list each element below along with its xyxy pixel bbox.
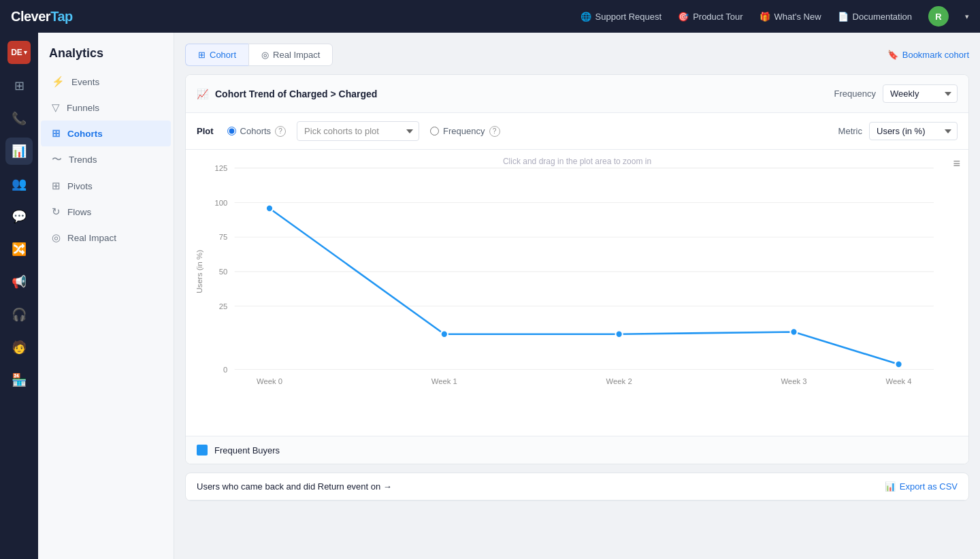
frequency-radio[interactable] xyxy=(430,127,439,135)
chart-header: 📈 Cohort Trend of Charged > Charged Freq… xyxy=(186,75,968,113)
svg-text:Week 0: Week 0 xyxy=(257,377,282,385)
bookmark-label: Bookmark cohort xyxy=(902,50,969,60)
flows-icon: ↻ xyxy=(52,206,61,218)
sidebar-item-realimpact[interactable]: ◎ Real Impact xyxy=(41,225,171,251)
sidebar-icon-support[interactable]: 🎧 xyxy=(5,301,33,328)
sidebar-item-trends[interactable]: 〜 Trends xyxy=(41,146,171,173)
svg-text:25: 25 xyxy=(219,302,228,310)
sidebar-item-events[interactable]: ⚡ Events xyxy=(41,69,171,95)
chart-title-icon: 📈 xyxy=(197,89,208,99)
cohorts-icon: ⊞ xyxy=(52,127,61,140)
logo: CleverTap xyxy=(11,9,73,25)
svg-text:100: 100 xyxy=(215,199,228,207)
documentation-link[interactable]: 📄 Documentation xyxy=(838,12,912,22)
table-title: Users who came back and did Return event… xyxy=(197,481,392,492)
frequency-group: Frequency Weekly Daily Monthly xyxy=(834,84,958,103)
svg-text:Week 4: Week 4 xyxy=(886,377,913,385)
sidebar-item-pivots[interactable]: ⊞ Pivots xyxy=(41,173,171,199)
chart-svg: 125 100 75 50 25 0 Users (in %) xyxy=(193,157,962,415)
topnav-right: 🌐 Support Request 🎯 Product Tour 🎁 What'… xyxy=(581,6,969,27)
sidebar-item-flows[interactable]: ↻ Flows xyxy=(41,199,171,225)
support-request-link[interactable]: 🌐 Support Request xyxy=(581,12,662,22)
sidebar-icon-chat[interactable]: 💬 xyxy=(5,203,33,230)
sidebar-icon-dashboard[interactable]: ⊞ xyxy=(5,72,33,99)
events-icon: ⚡ xyxy=(52,76,65,88)
whats-new-link[interactable]: 🎁 What's New xyxy=(760,12,821,22)
realimpact-icon: ◎ xyxy=(52,231,61,244)
main-content: ⊞ Cohort ◎ Real Impact 🔖 Bookmark cohort… xyxy=(174,33,980,559)
user-avatar[interactable]: R xyxy=(928,6,949,27)
export-csv-label: Export as CSV xyxy=(900,481,958,492)
svg-text:0: 0 xyxy=(223,366,227,374)
frequency-select[interactable]: Weekly Daily Monthly xyxy=(883,84,958,103)
chart-area: Click and drag in the plot area to zoom … xyxy=(186,150,968,436)
chart-point-4[interactable] xyxy=(895,361,902,368)
product-tour-link[interactable]: 🎯 Product Tour xyxy=(678,12,742,22)
chart-point-3[interactable] xyxy=(790,328,797,336)
funnels-icon: ▽ xyxy=(52,101,60,114)
phone-icon: 📞 xyxy=(12,111,27,126)
cohorts-radio-label[interactable]: Cohorts ? xyxy=(227,126,287,137)
pivots-icon: ⊞ xyxy=(52,180,61,192)
cohorts-radio-text: Cohorts xyxy=(240,126,272,136)
table-header-row: Users who came back and did Return event… xyxy=(186,473,968,500)
doc-icon: 📄 xyxy=(838,12,849,22)
chart-svg-container: 125 100 75 50 25 0 Users (in %) xyxy=(193,157,962,415)
gift-icon: 🎁 xyxy=(760,12,770,22)
cohorts-radio[interactable] xyxy=(227,127,236,135)
cohorts-help-icon[interactable]: ? xyxy=(275,126,286,137)
plot-label: Plot xyxy=(197,126,214,136)
support-request-label: Support Request xyxy=(595,12,662,22)
svg-text:Week 3: Week 3 xyxy=(781,377,806,385)
chart-menu-icon[interactable]: ≡ xyxy=(953,157,960,171)
sidebar-icon-person[interactable]: 🧑 xyxy=(5,334,33,361)
sidebar-item-cohorts[interactable]: ⊞ Cohorts xyxy=(41,121,171,146)
bar-chart-icon: 📊 xyxy=(12,144,27,159)
users-icon: 👥 xyxy=(12,176,27,191)
pivots-label: Pivots xyxy=(67,181,93,191)
campaign-icon: 📢 xyxy=(12,274,27,289)
frequency-help-icon[interactable]: ? xyxy=(489,126,500,137)
realimpact-tab-icon: ◎ xyxy=(261,50,269,60)
tab-realimpact[interactable]: ◎ Real Impact xyxy=(248,44,333,66)
export-csv-button[interactable]: 📊 Export as CSV xyxy=(885,481,958,492)
legend-label: Frequent Buyers xyxy=(214,445,280,456)
realimpact-label: Real Impact xyxy=(67,233,116,243)
chart-point-0[interactable] xyxy=(266,205,273,212)
workspace-badge[interactable]: DE ▾ xyxy=(7,41,31,64)
layout: DE ▾ ⊞ 📞 📊 👥 💬 🔀 📢 🎧 🧑 🏪 Analytics ⚡ Eve… xyxy=(0,33,980,559)
sidebar-icon-campaigns[interactable]: 📢 xyxy=(5,268,33,296)
metric-select[interactable]: Users (in %) Users (count) Events (count… xyxy=(869,122,958,140)
flows-label: Flows xyxy=(67,207,91,217)
radio-group: Cohorts ? Pick cohorts to plot Frequency… xyxy=(227,121,500,141)
analytics-sidebar-title: Analytics xyxy=(38,33,174,69)
workspace-label: DE xyxy=(11,48,22,57)
chart-point-1[interactable] xyxy=(441,330,448,338)
chart-title-text: Cohort Trend of Charged > Charged xyxy=(215,89,377,99)
chart-title: 📈 Cohort Trend of Charged > Charged xyxy=(197,89,377,99)
svg-text:125: 125 xyxy=(215,164,228,172)
sidebar-item-funnels[interactable]: ▽ Funnels xyxy=(41,95,171,121)
sidebar-icon-users[interactable]: 👥 xyxy=(5,170,33,197)
sidebar-icon-phone[interactable]: 📞 xyxy=(5,105,33,132)
chart-point-2[interactable] xyxy=(616,330,623,338)
bookmark-icon: 🔖 xyxy=(887,50,898,60)
tab-group: ⊞ Cohort ◎ Real Impact xyxy=(185,44,333,66)
bookmark-cohort-button[interactable]: 🔖 Bookmark cohort xyxy=(887,50,969,60)
sidebar-icon-store[interactable]: 🏪 xyxy=(5,366,33,394)
icon-sidebar: DE ▾ ⊞ 📞 📊 👥 💬 🔀 📢 🎧 🧑 🏪 xyxy=(0,33,38,559)
plot-controls: Plot Cohorts ? Pick cohorts to plot Freq… xyxy=(186,113,968,150)
table-panel: Users who came back and did Return event… xyxy=(185,473,969,501)
grid-icon: ⊞ xyxy=(14,78,24,93)
workspace-dropdown-icon: ▾ xyxy=(24,49,27,56)
analytics-sidebar: Analytics ⚡ Events ▽ Funnels ⊞ Cohorts 〜… xyxy=(38,33,174,559)
frequency-radio-label[interactable]: Frequency ? xyxy=(430,126,500,137)
tab-cohort[interactable]: ⊞ Cohort xyxy=(185,44,248,66)
flow-icon: 🔀 xyxy=(12,242,27,257)
sidebar-icon-journey[interactable]: 🔀 xyxy=(5,236,33,263)
headset-icon: 🎧 xyxy=(12,307,27,322)
cohort-dropdown[interactable]: Pick cohorts to plot xyxy=(297,121,419,141)
sidebar-icon-analytics[interactable]: 📊 xyxy=(5,138,33,165)
product-tour-label: Product Tour xyxy=(693,12,742,22)
svg-text:Users (in %): Users (in %) xyxy=(196,250,204,293)
